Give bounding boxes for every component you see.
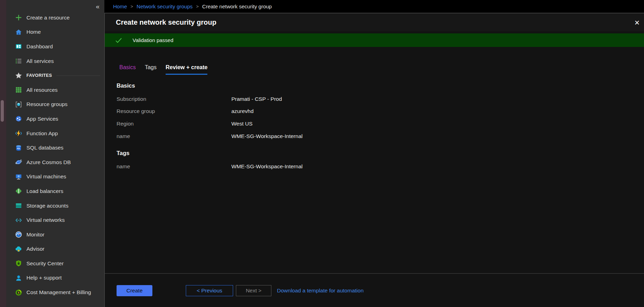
sidebar-item-dashboard[interactable]: Dashboard — [6, 39, 104, 54]
sidebar-item-label: Resource groups — [26, 101, 67, 107]
home-icon — [15, 29, 22, 36]
sidebar-item-label: Cost Management + Billing — [26, 289, 91, 296]
sidebar-item-label: FAVORITES — [26, 73, 52, 78]
sidebar-item-storage-accounts[interactable]: Storage accounts — [6, 199, 104, 213]
window-edge-strip — [0, 0, 6, 307]
sidebar-item-label: Storage accounts — [26, 203, 69, 209]
svg-text:$: $ — [18, 291, 19, 294]
lightning-icon — [15, 130, 22, 137]
sidebar-item-all-services[interactable]: All services — [6, 54, 104, 68]
sidebar-item-label: Load balancers — [26, 188, 63, 194]
close-icon[interactable]: ✕ — [632, 18, 642, 28]
globe-icon — [15, 115, 22, 122]
validation-banner: Validation passed — [105, 33, 644, 47]
sidebar-item-label: App Services — [26, 116, 58, 122]
plus-icon — [15, 14, 22, 21]
row-value: Pramati - CSP - Prod — [231, 96, 282, 102]
sidebar-item-create-a-resource[interactable]: Create a resource — [6, 10, 104, 25]
sidebar-scrollbar[interactable] — [1, 100, 4, 122]
validation-status-text: Validation passed — [133, 37, 173, 43]
blade-title-bar: Create network security group ✕ — [105, 13, 644, 31]
previous-button[interactable]: < Previous — [186, 285, 233, 296]
sidebar-item-app-services[interactable]: App Services — [6, 112, 104, 126]
sidebar-item-advisor[interactable]: Advisor — [6, 242, 104, 257]
sidebar-item-all-resources[interactable]: All resources — [6, 83, 104, 97]
sidebar-item-label: Virtual networks — [26, 217, 65, 223]
sidebar-item-load-balancers[interactable]: Load balancers — [6, 184, 104, 199]
tab-tags[interactable]: Tags — [145, 64, 157, 75]
breadcrumb-item-home[interactable]: Home — [113, 3, 127, 9]
sidebar-item-label: Help + support — [26, 275, 62, 281]
sidebar-item-label: Azure Cosmos DB — [26, 159, 71, 165]
sidebar-item-help-support[interactable]: Help + support — [6, 271, 104, 285]
storage-icon — [15, 202, 22, 209]
billing-icon: $ — [15, 289, 22, 296]
database-icon: SQL — [15, 144, 22, 152]
collapse-sidebar-icon[interactable]: « — [96, 3, 100, 10]
svg-text:SQL: SQL — [17, 148, 21, 150]
main-area: Home>Network security groups>Create netw… — [104, 0, 644, 307]
star-icon — [15, 72, 22, 79]
section-heading: Tags — [117, 150, 644, 160]
planet-icon — [15, 159, 22, 166]
sidebar: « Create a resourceHomeDashboardAll serv… — [6, 0, 104, 307]
favorites-header: FAVORITES — [6, 68, 104, 83]
sidebar-item-label: Virtual machines — [26, 173, 66, 180]
shield-icon — [15, 260, 22, 267]
breadcrumb-separator: > — [196, 4, 199, 9]
breadcrumb-separator: > — [130, 4, 133, 9]
row-value: West US — [231, 121, 253, 127]
row-label: name — [117, 133, 231, 139]
row-label: Resource group — [117, 108, 231, 114]
sidebar-item-label: Dashboard — [26, 43, 53, 50]
review-row: nameWME-SG-Workspace-Internal — [117, 160, 644, 173]
grid-icon — [15, 86, 22, 94]
row-value: WME-SG-Workspace-Internal — [231, 163, 303, 170]
review-section-basics: BasicsSubscriptionPramati - CSP - ProdRe… — [117, 82, 644, 142]
breadcrumb-item-network-security-groups[interactable]: Network security groups — [137, 3, 193, 9]
download-template-link[interactable]: Download a template for automation — [277, 285, 364, 296]
sidebar-item-label: Function App — [26, 130, 58, 137]
create-button[interactable]: Create — [117, 285, 152, 296]
row-label: Region — [117, 121, 231, 127]
dashboard-icon — [15, 43, 22, 50]
sidebar-item-security-center[interactable]: Security Center — [6, 256, 104, 271]
row-value: WME-SG-Workspace-Internal — [231, 133, 303, 139]
advisor-icon — [15, 245, 22, 253]
sidebar-item-function-app[interactable]: Function App — [6, 126, 104, 141]
sidebar-item-virtual-machines[interactable]: Virtual machines — [6, 170, 104, 184]
sidebar-item-resource-groups[interactable]: Resource groups — [6, 97, 104, 112]
sidebar-item-azure-cosmos-db[interactable]: Azure Cosmos DB — [6, 155, 104, 170]
sidebar-item-home[interactable]: Home — [6, 25, 104, 40]
sidebar-item-label: Home — [26, 29, 41, 35]
sidebar-item-label: All services — [26, 58, 54, 64]
diamond-icon — [15, 187, 22, 195]
page-title: Create network security group — [116, 18, 216, 26]
tab-strip: BasicsTagsReview + create — [105, 64, 644, 75]
tab-basics[interactable]: Basics — [119, 64, 136, 75]
row-value: azurevhd — [231, 108, 254, 114]
sidebar-item-label: SQL databases — [26, 145, 63, 151]
content-spacer — [105, 180, 644, 273]
breadcrumb: Home>Network security groups>Create netw… — [104, 0, 644, 13]
sidebar-item-label: Security Center — [26, 260, 64, 267]
section-heading: Basics — [117, 82, 644, 93]
gauge-icon — [15, 231, 22, 238]
next-button[interactable]: Next > — [236, 285, 271, 296]
vm-monitor-icon — [15, 173, 22, 180]
review-section-tags: TagsnameWME-SG-Workspace-Internal — [117, 150, 644, 173]
review-row: Resource groupazurevhd — [117, 105, 644, 118]
breadcrumb-item-create-network-security-group: Create network security group — [202, 3, 272, 9]
tab-review-create[interactable]: Review + create — [166, 64, 208, 75]
row-label: name — [117, 163, 231, 170]
sidebar-item-sql-databases[interactable]: SQLSQL databases — [6, 140, 104, 155]
sidebar-item-cost-management-billing[interactable]: $Cost Management + Billing — [6, 285, 104, 300]
sidebar-item-label: Monitor — [26, 232, 45, 238]
cube-brackets-icon — [15, 101, 22, 108]
sidebar-item-monitor[interactable]: Monitor — [6, 227, 104, 242]
sidebar-item-virtual-networks[interactable]: Virtual networks — [6, 213, 104, 227]
review-row: RegionWest US — [117, 118, 644, 130]
list-icon — [15, 57, 22, 65]
support-icon — [15, 274, 22, 282]
blade-create-nsg: Create network security group ✕ Validati… — [104, 13, 644, 307]
